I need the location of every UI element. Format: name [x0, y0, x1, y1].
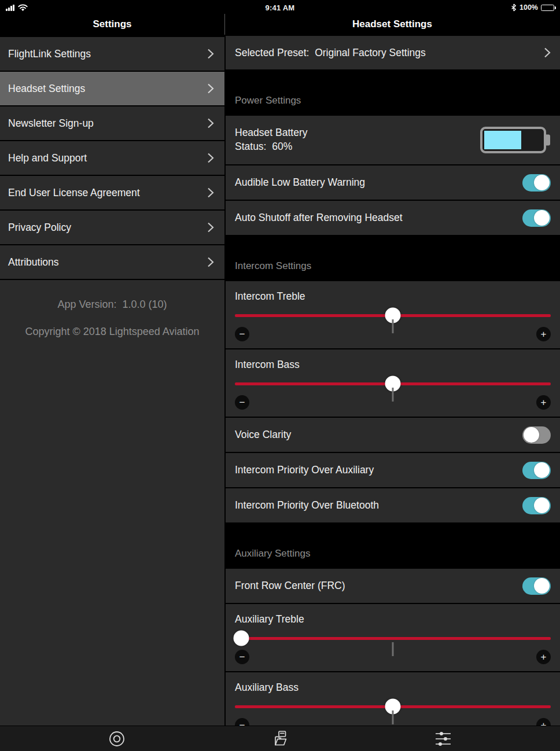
- copyright: Copyright © 2018 Lightspeed Aviation: [0, 326, 224, 338]
- sidebar-item-attributions[interactable]: Attributions: [0, 245, 224, 279]
- minus-button[interactable]: −: [235, 718, 249, 726]
- toggle-knob: [534, 498, 550, 513]
- headset-battery-label: Headset Battery: [235, 126, 307, 140]
- slider-track[interactable]: [235, 637, 551, 640]
- plus-button[interactable]: +: [536, 395, 551, 410]
- intercom-bass-row: Intercom Bass − +: [226, 349, 560, 417]
- toggle-label: Front Row Center (FRC): [235, 580, 345, 592]
- selected-preset-row[interactable]: Selected Preset: Original Factory Settin…: [226, 36, 560, 69]
- sidebar-title: Settings: [0, 15, 224, 35]
- minus-button[interactable]: −: [235, 395, 249, 410]
- status-bar: 9:41 AM 100%: [0, 0, 560, 15]
- toggle-knob: [534, 175, 550, 190]
- slider-center-tick: [392, 388, 394, 402]
- plus-button[interactable]: +: [536, 650, 551, 664]
- headset-battery-status: Status: 60%: [235, 140, 307, 154]
- toggle-label: Audible Low Battery Warning: [235, 176, 365, 189]
- slider-center-tick: [392, 642, 394, 656]
- slider-label: Auxiliary Bass: [235, 682, 551, 694]
- auxiliary-treble-row: Auxiliary Treble − +: [226, 604, 560, 671]
- plus-button[interactable]: +: [536, 327, 551, 341]
- section-power-settings: Power Settings: [226, 71, 560, 115]
- intercom-priority-bt-row: Intercom Priority Over Bluetooth: [226, 488, 560, 522]
- intercom-priority-aux-toggle[interactable]: [522, 462, 551, 479]
- sidebar-item-label: Privacy Policy: [8, 222, 71, 234]
- chevron-right-icon: [207, 48, 214, 60]
- status-time: 9:41 AM: [0, 3, 560, 12]
- nav-header: Settings Headset Settings: [0, 15, 560, 35]
- chevron-right-icon: [207, 83, 214, 94]
- toggle-label: Auto Shutoff after Removing Headset: [235, 212, 403, 224]
- adjustments-sliders-icon[interactable]: [430, 727, 456, 750]
- voice-clarity-row: Voice Clarity: [226, 418, 560, 452]
- sidebar-item-eula[interactable]: End User License Agreement: [0, 176, 224, 209]
- header-divider: [224, 14, 225, 35]
- section-title: Power Settings: [235, 95, 301, 106]
- toggle-knob: [534, 462, 550, 478]
- toggle-label: Voice Clarity: [235, 429, 291, 441]
- front-row-center-row: Front Row Center (FRC): [226, 569, 560, 603]
- section-title: Intercom Settings: [235, 260, 311, 272]
- panel-title: Headset Settings: [224, 15, 560, 35]
- voice-clarity-toggle[interactable]: [522, 426, 551, 444]
- app-version: App Version: 1.0.0 (10): [0, 299, 224, 311]
- toggle-knob: [524, 427, 539, 443]
- section-title: Auxiliary Settings: [235, 548, 310, 559]
- audible-low-battery-row: Audible Low Battery Warning: [226, 165, 560, 200]
- sidebar-item-help-and-support[interactable]: Help and Support: [0, 141, 224, 175]
- selected-preset-label: Selected Preset: Original Factory Settin…: [235, 47, 426, 59]
- sidebar-item-privacy-policy[interactable]: Privacy Policy: [0, 211, 224, 244]
- sidebar-item-headset-settings[interactable]: Headset Settings: [0, 72, 224, 105]
- slider-center-tick: [392, 710, 394, 724]
- chevron-right-icon: [207, 152, 214, 164]
- slider-label: Auxiliary Treble: [235, 613, 551, 625]
- sidebar-footer: App Version: 1.0.0 (10) Copyright © 2018…: [0, 280, 224, 726]
- chevron-right-icon: [207, 256, 214, 268]
- content-area: FlightLink Settings Headset Settings New…: [0, 35, 560, 726]
- slider-label: Intercom Treble: [235, 290, 551, 303]
- toggle-label: Intercom Priority Over Auxiliary: [235, 464, 374, 476]
- chevron-right-icon: [207, 187, 214, 198]
- audible-low-battery-toggle[interactable]: [522, 174, 551, 192]
- minus-button[interactable]: −: [235, 650, 249, 664]
- sidebar-item-label: FlightLink Settings: [8, 48, 91, 60]
- record-icon[interactable]: [104, 727, 130, 750]
- sidebar-item-label: Help and Support: [8, 152, 87, 164]
- section-auxiliary-settings: Auxiliary Settings: [226, 524, 560, 568]
- slider-center-tick: [392, 319, 394, 333]
- sidebar-item-newsletter-signup[interactable]: Newsletter Sign-up: [0, 106, 224, 140]
- auto-shutoff-toggle[interactable]: [522, 209, 551, 227]
- slider-label: Intercom Bass: [235, 359, 551, 371]
- minus-button[interactable]: −: [235, 327, 249, 341]
- auto-shutoff-row: Auto Shutoff after Removing Headset: [226, 201, 560, 235]
- sidebar-item-label: Headset Settings: [8, 83, 85, 95]
- toggle-knob: [534, 210, 550, 226]
- slider-thumb[interactable]: [233, 631, 249, 646]
- sidebar-item-label: Attributions: [8, 256, 59, 268]
- headset-battery-fill: [484, 131, 521, 149]
- sidebar-item-label: Newsletter Sign-up: [8, 117, 94, 130]
- front-row-center-toggle[interactable]: [522, 577, 551, 595]
- chevron-right-icon: [544, 47, 551, 58]
- plus-button[interactable]: +: [536, 718, 551, 726]
- sidebar-item-label: End User License Agreement: [8, 187, 140, 199]
- intercom-treble-row: Intercom Treble − +: [226, 281, 560, 348]
- settings-sidebar: FlightLink Settings Headset Settings New…: [0, 35, 224, 726]
- headset-battery-icon: [480, 127, 546, 153]
- headset-settings-panel: Selected Preset: Original Factory Settin…: [226, 35, 560, 726]
- sidebar-item-flightlink-settings[interactable]: FlightLink Settings: [0, 37, 224, 71]
- battery-icon: [541, 5, 554, 11]
- section-intercom-settings: Intercom Settings: [226, 236, 560, 280]
- toggle-label: Intercom Priority Over Bluetooth: [235, 499, 379, 511]
- headset-battery-row: Headset Battery Status: 60%: [226, 116, 560, 164]
- bottom-toolbar: [0, 726, 560, 751]
- chevron-right-icon: [207, 222, 214, 233]
- intercom-priority-bt-toggle[interactable]: [522, 497, 551, 514]
- chevron-right-icon: [207, 117, 214, 129]
- toggle-knob: [534, 578, 550, 594]
- presets-folder-icon[interactable]: [267, 727, 293, 750]
- intercom-priority-aux-row: Intercom Priority Over Auxiliary: [226, 453, 560, 487]
- auxiliary-bass-row: Auxiliary Bass − +: [226, 672, 560, 726]
